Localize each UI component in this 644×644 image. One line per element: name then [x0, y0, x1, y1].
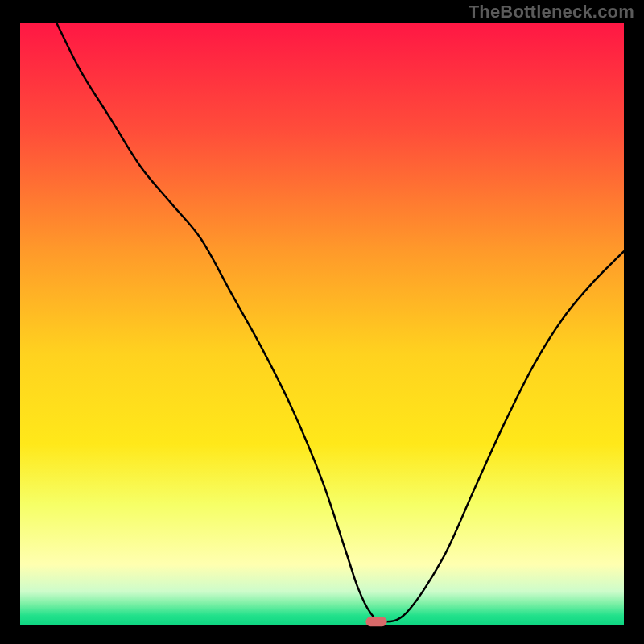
chart-frame: TheBottleneck.com	[0, 0, 644, 644]
bottleneck-chart	[0, 0, 644, 644]
plot-background	[20, 23, 624, 625]
optimum-marker	[365, 617, 386, 626]
watermark-text: TheBottleneck.com	[469, 2, 634, 23]
